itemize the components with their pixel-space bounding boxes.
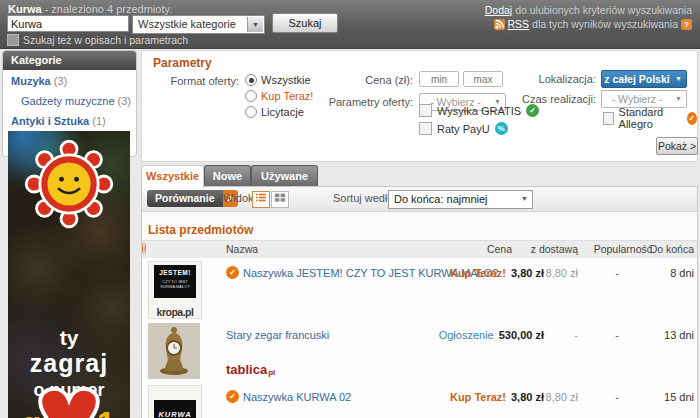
sort-select-value: Do końca: najmniej	[394, 191, 488, 207]
free-shipping-checkbox[interactable]: Wysyłka GRATIS ✓	[419, 104, 539, 117]
with-delivery-cell: 8,80 zł	[522, 267, 578, 279]
sidebar-item-muzyka[interactable]: Muzyka(3)	[3, 72, 136, 90]
category-select-button[interactable]: ▼	[247, 17, 263, 32]
checkbox-icon[interactable]	[603, 112, 614, 125]
add-favorite-text: do ulubionych kryteriów wyszukiwania	[515, 4, 692, 16]
allegro-search-results-page: Kurwa- znaleziono 4 przedmioty. Wszystki…	[0, 0, 700, 418]
offer-check-icon: ✓	[226, 390, 239, 403]
info-icon[interactable]: i	[142, 243, 146, 254]
thumbnail-patch: JESTEM! CZY TO JEST KURWA MAŁO?	[154, 265, 196, 298]
time-left-cell: 15 dni	[638, 391, 694, 403]
offer-type: Kup Teraz!	[450, 267, 506, 279]
grid-view-icon[interactable]	[271, 191, 289, 208]
category-count: (1)	[92, 115, 105, 127]
radio-format-kup-teraz[interactable]	[245, 90, 257, 102]
with-delivery-cell: -	[522, 329, 578, 341]
offer-type: Ogłoszenie	[439, 329, 494, 341]
offer-check-icon: ✓	[226, 266, 239, 279]
sort-select[interactable]: Do końca: najmniej ▼	[388, 190, 533, 209]
category-select-value: Wszystkie kategorie	[138, 16, 236, 33]
standard-allegro-checkbox[interactable]: Standard Allegro ✓	[603, 106, 697, 130]
location-value: z całej Polski	[602, 71, 672, 87]
category-count: (3)	[54, 75, 67, 87]
categories-title: Kategorie	[3, 51, 136, 70]
column-header-do-konca[interactable]: Do końca	[624, 241, 694, 258]
column-header-cena[interactable]: Cena	[442, 241, 512, 258]
price-cell: Kup Teraz!3,80 zł	[372, 267, 544, 279]
item-name-link[interactable]: Naszywka KURWA 02	[243, 391, 351, 403]
search-scope-checkbox[interactable]: Szukaj też w opisach i parametrach	[7, 34, 188, 46]
price-min-input[interactable]	[419, 71, 459, 87]
payu-icon: %	[495, 122, 508, 135]
rss-icon	[494, 19, 505, 30]
add-favorite-line: Dodajdo ulubionych kryteriów wyszukiwani…	[485, 4, 692, 16]
list-view-icon[interactable]	[252, 191, 270, 208]
search-header: Kurwa- znaleziono 4 przedmioty. Wszystki…	[0, 0, 700, 49]
radio-format-licytacje[interactable]	[245, 106, 257, 118]
search-scope-label: Szukaj też w opisach i parametrach	[23, 34, 188, 46]
sidebar-item-antyki-i-sztuka[interactable]: Antyki i Sztuka(1)	[3, 112, 136, 130]
category-link[interactable]: Gadżety muzyczne	[21, 95, 115, 107]
checkbox-icon[interactable]	[7, 34, 19, 46]
result-query: Kurwa	[8, 3, 42, 15]
tab-wszystkie[interactable]: Wszystkie	[141, 165, 204, 188]
tab-uzywane[interactable]: Używane	[251, 165, 318, 187]
ad-text-line1: ty	[8, 327, 130, 348]
category-select[interactable]: Wszystkie kategorie ▼	[132, 15, 265, 34]
checkbox-icon[interactable]	[419, 122, 432, 135]
rss-link[interactable]: RSS	[508, 18, 530, 30]
checkbox-icon[interactable]	[419, 104, 432, 117]
item-thumbnail[interactable]	[148, 323, 200, 379]
list-title: Lista przedmiotów	[148, 223, 253, 237]
price-label: Cena (zł):	[302, 74, 413, 86]
column-header-z-dostawa[interactable]: z dostawą	[508, 241, 578, 258]
search-input[interactable]	[7, 15, 129, 32]
tablica-logo-text: tablica	[226, 362, 267, 377]
help-icon[interactable]: ?	[681, 19, 692, 30]
thumbnail-watermark: kropa.pl	[149, 306, 201, 318]
search-button[interactable]: Szukaj	[272, 13, 338, 33]
standard-allegro-label: Standard Allegro	[619, 106, 682, 130]
lead-time-label: Czas realizacji:	[482, 93, 596, 105]
item-thumbnail[interactable]: JESTEM! CZY TO JEST KURWA MAŁO? kropa.pl	[148, 261, 202, 319]
category-count: (3)	[118, 95, 131, 107]
time-left-cell: 8 dni	[638, 267, 694, 279]
chevron-down-icon: ▼	[521, 191, 528, 207]
chevron-down-icon: ▼	[675, 71, 682, 87]
item-name-link[interactable]: Stary zegar francuski	[226, 329, 329, 341]
thumbnail-patch: KURWA	[154, 400, 196, 418]
offer-type: Kup Teraz!	[450, 391, 506, 403]
payu-installments-label: Raty PayU	[437, 123, 490, 135]
table-row: KURWA ✓ Naszywka KURWA 02 Kup Teraz!3,80…	[142, 382, 697, 418]
rss-text: dla tych wyników wyszukiwania	[532, 18, 678, 30]
time-left-cell: 13 dni	[638, 329, 694, 341]
payu-installments-checkbox[interactable]: Raty PayU %	[419, 122, 508, 135]
item-thumbnail[interactable]: KURWA	[148, 385, 202, 418]
result-title: Kurwa- znaleziono 4 przedmioty.	[8, 3, 172, 15]
show-results-button[interactable]: Pokaż >	[656, 137, 698, 155]
tab-nowe[interactable]: Nowe	[204, 165, 251, 187]
results-toolbar: Porównanie > Widok: Sortuj według: Do ko…	[142, 187, 697, 212]
chevron-down-icon: ▼	[252, 21, 259, 28]
table-row: JESTEM! CZY TO JEST KURWA MAŁO? kropa.pl…	[142, 258, 697, 321]
free-shipping-icon: ✓	[526, 104, 539, 117]
clock-image	[156, 325, 192, 377]
ad-text-line2: zagraj	[8, 351, 130, 376]
category-link[interactable]: Antyki i Sztuka	[11, 115, 89, 127]
sun-smiley-icon	[22, 137, 116, 231]
tablica-logo[interactable]: tablicapl	[226, 362, 274, 377]
add-favorite-link[interactable]: Dodaj	[485, 4, 512, 16]
table-row: Stary zegar francuski tablicapl Ogłoszen…	[142, 320, 697, 383]
thumbnail-text: CZY TO JEST KURWA MAŁO?	[154, 276, 196, 289]
thumbnail-text: KURWA	[154, 400, 196, 418]
parameters-panel: Parametry Format oferty: Wszystkie Kup T…	[141, 50, 698, 162]
compare-button-label: Porównanie	[147, 190, 223, 207]
ad-banner[interactable]: ty zagraj o numer gg 21	[8, 131, 130, 418]
category-link[interactable]: Muzyka	[11, 75, 51, 87]
radio-format-wszystkie[interactable]	[245, 74, 257, 86]
sidebar-item-gadzety-muzyczne[interactable]: Gadżety muzyczne(3)	[3, 92, 136, 110]
price-cell: Ogłoszenie530,00 zł	[372, 329, 544, 341]
column-header-nazwa[interactable]: Nazwa	[226, 241, 258, 258]
with-delivery-cell: 8,80 zł	[522, 391, 578, 403]
location-select[interactable]: z całej Polski ▼	[601, 70, 687, 88]
